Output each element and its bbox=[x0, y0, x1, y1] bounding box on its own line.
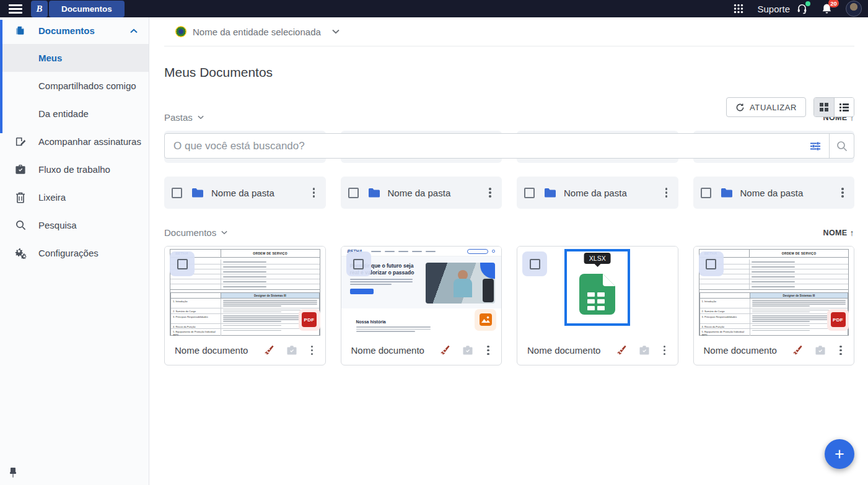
document-preview: BETHA ORDEM DE SERVIÇO Designer de Siste… bbox=[694, 247, 854, 336]
sidebar-item-fluxo[interactable]: Fluxo de trabalho bbox=[0, 155, 149, 183]
search-input[interactable] bbox=[165, 140, 802, 152]
sidebar-item-label: Configurações bbox=[38, 248, 99, 258]
document-footer: Nome documento bbox=[694, 336, 854, 365]
folder-checkbox[interactable] bbox=[348, 188, 359, 198]
documents-section-toggle[interactable]: Documentos bbox=[164, 227, 227, 238]
topbar: B Documentos Suporte bbox=[0, 0, 868, 17]
pin-sidebar-icon[interactable] bbox=[7, 466, 19, 479]
document-checkbox-overlay bbox=[522, 251, 547, 276]
xlsx-file-icon bbox=[579, 274, 615, 315]
notifications-bell-icon[interactable]: 20 bbox=[822, 3, 832, 14]
folder-icon bbox=[191, 188, 204, 198]
workflow-action-icon-disabled[interactable] bbox=[639, 345, 650, 356]
add-document-fab[interactable]: + bbox=[825, 439, 854, 469]
folder-name: Nome da pasta bbox=[388, 188, 486, 198]
refresh-button[interactable]: ATUALIZAR bbox=[726, 97, 806, 117]
document-checkbox-overlay bbox=[170, 251, 195, 276]
filter-sliders-icon[interactable] bbox=[802, 134, 829, 158]
folder-more-menu[interactable] bbox=[310, 187, 318, 198]
folder-icon bbox=[544, 188, 556, 198]
pdf-file-badge: PDF bbox=[299, 309, 320, 331]
entity-emblem-icon bbox=[175, 26, 186, 37]
document-footer: Nome documento bbox=[165, 336, 325, 365]
document-card[interactable]: XLSX Nome documento bbox=[517, 246, 678, 365]
document-more-menu[interactable] bbox=[484, 344, 493, 356]
folder-card[interactable]: Nome da pasta bbox=[164, 177, 326, 209]
sidebar-item-meus[interactable]: Meus bbox=[0, 44, 149, 72]
mini-doc-title: ORDEM DE SERVIÇO bbox=[221, 250, 320, 257]
signature-action-icon[interactable] bbox=[264, 345, 276, 355]
mini-site-photo bbox=[426, 263, 495, 304]
workflow-action-icon-disabled[interactable] bbox=[462, 345, 473, 356]
document-card[interactable]: BETHA ORDEM DE SERVIÇO Designer de Siste… bbox=[164, 246, 326, 365]
document-card[interactable]: BETHA ORDEM DE SERVIÇO Designer de Siste… bbox=[693, 246, 855, 365]
sidebar-item-label: Lixeira bbox=[38, 192, 66, 203]
folder-icon bbox=[721, 188, 733, 198]
folder-checkbox[interactable] bbox=[172, 188, 182, 198]
sidebar: Documentos Meus Compartilhados comigo Da… bbox=[0, 17, 149, 485]
sidebar-item-label: Compartilhados comigo bbox=[38, 81, 136, 91]
chevron-up-icon bbox=[130, 28, 138, 33]
menu-hamburger-icon[interactable] bbox=[9, 4, 22, 14]
folder-more-menu[interactable] bbox=[838, 187, 847, 198]
document-more-menu[interactable] bbox=[308, 344, 317, 356]
document-checkbox[interactable] bbox=[706, 259, 716, 269]
user-avatar[interactable] bbox=[846, 1, 862, 17]
mini-doc-title: ORDEM DE SERVIÇO bbox=[750, 250, 848, 257]
document-checkbox[interactable] bbox=[530, 259, 540, 269]
document-checkbox[interactable] bbox=[177, 259, 188, 269]
mini-doc-role: Designer de Sistemas III bbox=[750, 293, 848, 298]
support-label: Suporte bbox=[757, 4, 790, 14]
document-preview: BETHA Permitir que o futuro seja real é … bbox=[341, 247, 502, 336]
sidebar-item-assinaturas[interactable]: Acompanhar assinaturas bbox=[0, 128, 149, 155]
sidebar-item-label: Documentos bbox=[38, 25, 95, 36]
folder-card[interactable]: Nome da pasta bbox=[341, 177, 502, 209]
chevron-down-icon bbox=[221, 230, 227, 235]
mini-doc-field-label bbox=[171, 293, 221, 298]
search-submit-button[interactable] bbox=[829, 134, 854, 158]
signature-action-icon[interactable] bbox=[792, 345, 804, 355]
document-footer: Nome documento bbox=[517, 336, 678, 365]
folder-card[interactable]: Nome da pasta bbox=[517, 177, 678, 209]
document-preview: XLSX bbox=[517, 247, 678, 336]
list-view-button[interactable] bbox=[834, 98, 854, 116]
sidebar-item-configuracoes[interactable]: Configurações bbox=[0, 239, 149, 267]
document-more-menu[interactable] bbox=[836, 344, 845, 356]
sidebar-item-pesquisa[interactable]: Pesquisa bbox=[0, 211, 149, 239]
entity-selector[interactable]: Nome da entidade selecionada bbox=[164, 17, 854, 46]
workflow-briefcase-icon bbox=[14, 164, 27, 175]
workflow-action-icon-disabled[interactable] bbox=[815, 345, 826, 356]
document-name: Nome documento bbox=[175, 345, 253, 356]
documents-sort-by-name[interactable]: NOME bbox=[823, 228, 854, 238]
document-footer: Nome documento bbox=[341, 336, 502, 365]
signature-action-icon[interactable] bbox=[440, 345, 452, 355]
sidebar-item-documentos[interactable]: Documentos bbox=[0, 17, 149, 44]
document-checkbox[interactable] bbox=[353, 259, 364, 269]
pdf-file-badge: PDF bbox=[827, 309, 849, 331]
workflow-action-icon-disabled[interactable] bbox=[286, 345, 297, 356]
document-more-menu[interactable] bbox=[660, 344, 669, 356]
signature-action-icon[interactable] bbox=[616, 345, 628, 355]
folders-section-label: Pastas bbox=[164, 112, 193, 123]
sidebar-item-label: Acompanhar assinaturas bbox=[38, 136, 141, 147]
betha-logo: B bbox=[31, 1, 48, 17]
refresh-icon bbox=[735, 103, 745, 112]
sidebar-item-da-entidade[interactable]: Da entidade bbox=[0, 100, 149, 128]
support-menu[interactable]: Suporte bbox=[757, 3, 808, 14]
grid-view-button[interactable] bbox=[814, 98, 834, 116]
folder-more-menu[interactable] bbox=[486, 187, 494, 198]
folder-card[interactable]: Nome da pasta bbox=[693, 177, 855, 209]
folder-more-menu[interactable] bbox=[662, 187, 671, 198]
document-card[interactable]: BETHA Permitir que o futuro seja real é … bbox=[341, 246, 502, 365]
document-name: Nome documento bbox=[704, 345, 783, 356]
refresh-label: ATUALIZAR bbox=[750, 103, 797, 112]
folder-checkbox[interactable] bbox=[701, 188, 711, 198]
sidebar-item-compartilhados[interactable]: Compartilhados comigo bbox=[0, 72, 149, 100]
apps-grid-icon[interactable] bbox=[734, 4, 743, 14]
folders-section-toggle[interactable]: Pastas bbox=[164, 112, 204, 123]
app-brand[interactable]: B Documentos bbox=[31, 1, 125, 17]
mini-site-button bbox=[467, 249, 488, 254]
sidebar-item-lixeira[interactable]: Lixeira bbox=[0, 183, 149, 211]
sidebar-item-label: Meus bbox=[38, 53, 62, 63]
folder-checkbox[interactable] bbox=[524, 188, 535, 198]
